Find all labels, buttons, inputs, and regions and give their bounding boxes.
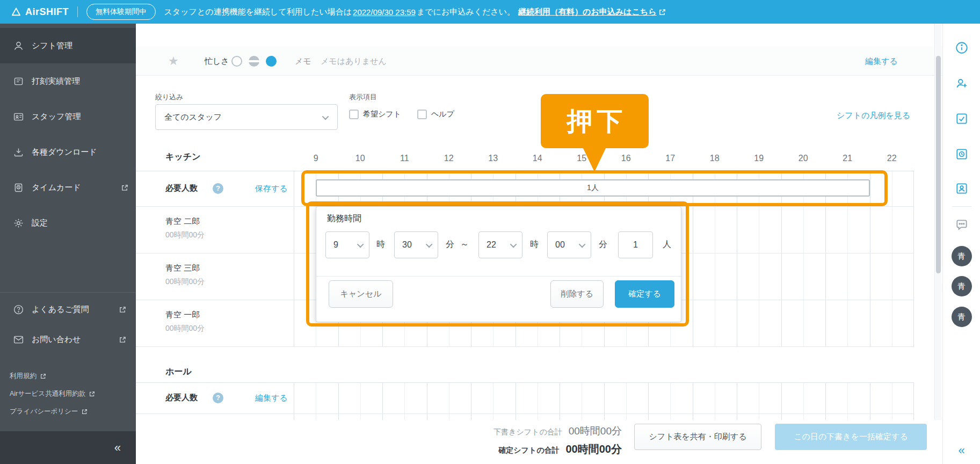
avatar-label: 青 xyxy=(957,281,966,292)
staff-name: 青空 三郎 xyxy=(165,263,200,273)
start-minute-select[interactable]: 30 xyxy=(394,231,438,258)
required-staff-bar[interactable]: 1人 xyxy=(316,179,870,197)
question-circle-icon xyxy=(13,304,24,315)
sidebar-item-downloads[interactable]: 各種ダウンロード xyxy=(0,134,136,170)
scrollbar-thumb[interactable] xyxy=(936,56,941,273)
download-icon xyxy=(13,147,24,158)
paid-signup-link[interactable]: 継続利用（有料）のお申込みはこちら xyxy=(518,7,665,17)
sidebar-collapse-button[interactable]: « xyxy=(0,431,136,464)
staff-avatar[interactable]: 青 xyxy=(952,276,972,296)
start-hour-select[interactable]: 9 xyxy=(325,231,369,258)
terms-link[interactable]: 利用規約 xyxy=(0,367,136,385)
mail-icon xyxy=(13,334,24,345)
hour-label: 22 xyxy=(870,154,914,163)
rail-collapse-button[interactable]: « xyxy=(943,444,980,458)
confirm-button[interactable]: 確定する xyxy=(615,280,674,308)
staff-avatar[interactable]: 青 xyxy=(952,307,972,327)
memo-label: メモ xyxy=(295,56,311,67)
minute-unit-label: 分 xyxy=(446,239,454,250)
external-link-icon xyxy=(40,373,46,379)
save-link[interactable]: 保存する xyxy=(255,184,288,194)
busy-label: 忙しさ xyxy=(205,56,229,67)
required-staff-timeline[interactable] xyxy=(294,383,914,414)
end-hour-select[interactable]: 22 xyxy=(478,231,522,258)
sidebar-item-faq[interactable]: よくあるご質問 xyxy=(0,294,136,324)
busy-level-high[interactable] xyxy=(266,56,277,67)
top-bar: AirSHIFT 無料体験期間中 スタッフとの連携機能を継続して利用したい場合は… xyxy=(0,0,980,24)
sidebar-item-label: スタッフ管理 xyxy=(32,112,81,122)
brand-name: AirSHIFT xyxy=(25,6,69,18)
help-question-icon[interactable]: ? xyxy=(213,393,223,403)
staff-filter-dropdown[interactable]: 全てのスタッフ xyxy=(155,104,338,130)
main-nav: シフト管理 打刻実績管理 スタッフ管理 各種ダウンロード タイムカード xyxy=(0,28,136,241)
external-link-icon xyxy=(121,184,128,191)
sidebar-item-timecard[interactable]: タイムカード xyxy=(0,170,136,205)
air-terms-link[interactable]: Airサービス共通利用約款 xyxy=(0,385,136,403)
help-question-icon[interactable]: ? xyxy=(213,183,223,194)
sidebar-item-shift-management[interactable]: シフト管理 xyxy=(0,28,136,63)
add-staff-icon[interactable] xyxy=(955,76,969,90)
confirm-all-drafts-button[interactable]: この日の下書きを一括確定する xyxy=(775,424,927,450)
shift-icon xyxy=(13,40,24,52)
draft-total-value: 00時間00分 xyxy=(569,425,622,437)
edit-link[interactable]: 編集する xyxy=(255,393,288,403)
brand[interactable]: AirSHIFT xyxy=(11,6,69,18)
shift-totals: 下書きシフトの合計00時間00分 確定シフトの合計00時間00分 xyxy=(361,424,622,456)
staff-count-input[interactable] xyxy=(618,231,653,258)
shift-person-icon[interactable] xyxy=(955,182,969,195)
sidebar-item-staff-management[interactable]: スタッフ管理 xyxy=(0,99,136,134)
support-nav: よくあるご質問 お問い合わせ xyxy=(0,294,136,354)
right-rail: 青 青 青 « xyxy=(942,24,980,464)
busy-level-low[interactable] xyxy=(231,56,242,67)
staff-name: 青空 二郎 xyxy=(165,216,200,227)
avatar-label: 青 xyxy=(957,312,966,322)
sidebar-item-label: タイムカード xyxy=(32,183,81,193)
chevron-down-icon xyxy=(579,241,586,248)
required-staff-row: 必要人数 ? 編集する xyxy=(136,383,914,414)
share-print-button[interactable]: シフト表を共有・印刷する xyxy=(634,424,761,450)
sidebar-item-contact[interactable]: お問い合わせ xyxy=(0,324,136,354)
popup-controls: 9 時 30 分 ～ 22 時 00 分 人 xyxy=(316,231,681,258)
required-staff-label: 必要人数 xyxy=(165,183,198,193)
busy-level-mid[interactable] xyxy=(249,56,259,67)
hour-label: 11 xyxy=(382,154,427,163)
legal-link-label: Airサービス共通利用約款 xyxy=(10,389,85,398)
chevron-down-icon xyxy=(322,113,329,120)
checkbox-label: 希望シフト xyxy=(363,110,401,119)
hour-label: 13 xyxy=(471,154,516,163)
cancel-button[interactable]: キャンセル xyxy=(329,280,393,308)
draft-total-label: 下書きシフトの合計 xyxy=(493,427,562,436)
external-link-icon xyxy=(89,391,95,397)
star-icon[interactable]: ★ xyxy=(168,54,179,68)
help-checkbox[interactable]: ヘルプ xyxy=(417,110,454,119)
shift-time-icon[interactable] xyxy=(955,147,969,161)
privacy-policy-link[interactable]: プライバシーポリシー xyxy=(0,403,136,421)
wish-shift-checkbox[interactable]: 希望シフト xyxy=(349,110,401,119)
comment-icon[interactable] xyxy=(955,218,969,232)
edit-day-link[interactable]: 編集する xyxy=(865,56,898,67)
staff-avatar[interactable]: 青 xyxy=(952,246,972,266)
info-icon[interactable] xyxy=(955,41,969,55)
paid-signup-link-label: 継続利用（有料）のお申込みはこちら xyxy=(518,7,656,17)
required-staff-label-cell: 必要人数 ? 編集する xyxy=(136,383,294,414)
sidebar-item-time-record[interactable]: 打刻実績管理 xyxy=(0,63,136,99)
press-callout: 押下 xyxy=(541,94,649,148)
avatar-label: 青 xyxy=(957,251,966,262)
shift-check-icon[interactable] xyxy=(955,112,969,126)
main-content: ★ 忙しさ メモ メモはありません 編集する 絞り込み 全てのスタッフ 表示項目… xyxy=(136,24,942,464)
hour-label: 10 xyxy=(338,154,383,163)
staff-label-cell: 青空 二郎 00時間00分 xyxy=(136,207,294,253)
display-items-label: 表示項目 xyxy=(349,92,377,102)
airshift-app: AirSHIFT 無料体験期間中 スタッフとの連携機能を継続して利用したい場合は… xyxy=(0,0,980,464)
checkbox-icon xyxy=(349,110,359,119)
required-staff-label: 必要人数 xyxy=(165,393,198,403)
legal-link-label: プライバシーポリシー xyxy=(10,407,78,416)
delete-button[interactable]: 削除する xyxy=(550,280,604,308)
end-minute-select[interactable]: 00 xyxy=(547,231,591,258)
sidebar-item-settings[interactable]: 設定 xyxy=(0,205,136,241)
filter-label: 絞り込み xyxy=(155,92,184,102)
air-logo-icon xyxy=(11,6,21,17)
hall-grid: 必要人数 ? 編集する xyxy=(136,382,914,421)
range-separator: ～ xyxy=(460,239,469,250)
shift-legend-link[interactable]: シフトの凡例を見る xyxy=(837,111,910,121)
